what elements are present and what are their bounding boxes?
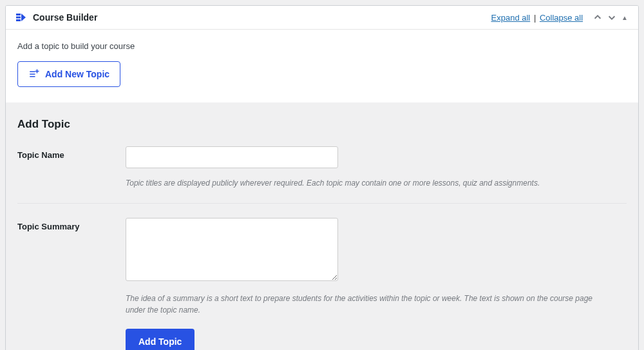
add-new-topic-button[interactable]: Add New Topic [17, 61, 120, 87]
triangle-up-icon[interactable]: ▲ [621, 14, 628, 21]
svg-rect-1 [16, 17, 21, 19]
svg-rect-0 [16, 14, 21, 15]
form-title: Add Topic [17, 118, 627, 131]
chevron-down-icon[interactable] [607, 13, 616, 22]
main-section: Add a topic to build your course Add New… [6, 30, 638, 102]
expand-collapse-links: Expand all | Collapse all [491, 13, 583, 23]
course-builder-icon [16, 12, 26, 23]
topic-name-help: Topic titles are displayed publicly wher… [126, 177, 602, 189]
course-builder-panel: Course Builder Expand all | Collapse all [5, 5, 639, 350]
svg-marker-3 [21, 14, 26, 21]
topic-name-label: Topic Name [17, 146, 126, 160]
panel-header: Course Builder Expand all | Collapse all [6, 6, 638, 30]
topic-summary-help: The idea of a summary is a short text to… [126, 293, 602, 316]
topic-summary-input[interactable] [126, 218, 338, 281]
topic-name-row: Topic Name Topic titles are displayed pu… [17, 146, 627, 204]
topic-name-input[interactable] [126, 146, 338, 168]
topic-summary-row: Topic Summary The idea of a summary is a… [17, 218, 627, 350]
svg-rect-2 [16, 19, 21, 21]
intro-text: Add a topic to build your course [17, 41, 627, 51]
header-controls: ▲ [593, 13, 628, 22]
topic-summary-label: Topic Summary [17, 218, 126, 231]
panel-header-left: Course Builder [16, 12, 97, 23]
collapse-all-link[interactable]: Collapse all [540, 13, 583, 23]
add-topic-submit-button[interactable]: Add Topic [126, 329, 194, 350]
list-plus-icon [28, 68, 40, 80]
panel-title: Course Builder [33, 12, 97, 23]
topic-name-field: Topic titles are displayed publicly wher… [126, 146, 627, 189]
chevron-up-icon[interactable] [593, 13, 602, 22]
topic-summary-field: The idea of a summary is a short text to… [126, 218, 627, 350]
expand-all-link[interactable]: Expand all [491, 13, 531, 23]
add-new-topic-label: Add New Topic [45, 69, 109, 79]
panel-header-right: Expand all | Collapse all ▲ [491, 13, 628, 23]
add-topic-form: Add Topic Topic Name Topic titles are di… [6, 102, 638, 350]
links-separator: | [534, 13, 536, 23]
